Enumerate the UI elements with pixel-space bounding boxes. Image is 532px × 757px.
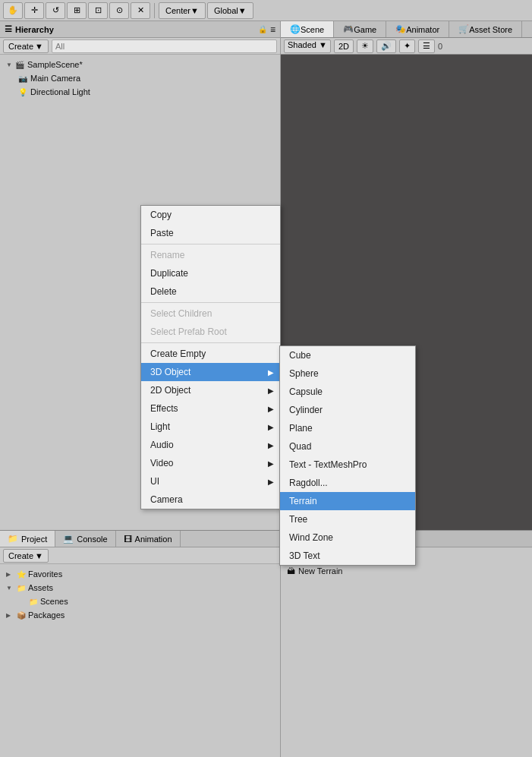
ctx-camera[interactable]: Camera xyxy=(141,490,280,509)
hierarchy-create-button[interactable]: Create ▼ xyxy=(3,39,49,53)
sub-quad[interactable]: Quad xyxy=(280,437,415,456)
gizmo-count: 0 xyxy=(438,42,442,51)
scene-arrow: ▼ xyxy=(6,62,15,68)
bottom-panels-row: 📁 Project 💻 Console 🎞 Animation Create ▼ xyxy=(0,530,532,757)
scale-tool-button[interactable]: ⊞ xyxy=(67,2,87,19)
hierarchy-item-light[interactable]: 💡 Directional Light xyxy=(0,85,280,99)
packages-label: Packages xyxy=(28,610,65,620)
tree-assets[interactable]: ▼ 📁 Assets xyxy=(0,581,280,595)
gizmos-button[interactable]: ☰ xyxy=(418,39,435,53)
shaded-select[interactable]: Shaded ▼ xyxy=(284,39,331,53)
scene-tab-bar: 🌐 Scene 🎮 Game 🎭 Animator 🛒 Asset Store xyxy=(281,21,532,38)
favorites-arrow: ▶ xyxy=(6,571,17,578)
ctx-3d-object-label: 3D Object xyxy=(150,367,190,377)
sub-textmeshpro-label: Text - TextMeshPro xyxy=(289,459,367,470)
ctx-effects[interactable]: Effects ▶ xyxy=(141,399,280,418)
scene-toolbar: Shaded ▼ 2D ☀ 🔊 ✦ ☰ 0 xyxy=(281,38,532,55)
sub-cylinder-label: Cylinder xyxy=(289,405,323,415)
sub-ragdoll-label: Ragdoll... xyxy=(289,478,328,488)
center-button[interactable]: Center ▼ xyxy=(159,2,206,19)
hierarchy-item-camera[interactable]: 📷 Main Camera xyxy=(0,71,280,85)
hierarchy-menu-btn[interactable]: ≡ xyxy=(270,24,275,35)
global-button[interactable]: Global ▼ xyxy=(207,2,253,19)
project-toolbar: Create ▼ xyxy=(0,547,280,564)
game-tab-label: Game xyxy=(354,25,376,34)
sub-plane-label: Plane xyxy=(289,423,313,434)
sub-wind-zone-label: Wind Zone xyxy=(289,532,333,543)
tab-asset-store[interactable]: 🛒 Asset Store xyxy=(449,21,522,37)
lighting-button[interactable]: ☀ xyxy=(357,39,373,53)
ctx-effects-arrow: ▶ xyxy=(268,405,274,413)
sub-textmeshpro[interactable]: Text - TextMeshPro xyxy=(280,456,415,474)
sub-cube[interactable]: Cube xyxy=(280,346,415,364)
tab-animator[interactable]: 🎭 Animator xyxy=(386,21,449,37)
hierarchy-scene-root[interactable]: ▼ 🎬 SampleScene* xyxy=(0,58,280,71)
tab-project[interactable]: 📁 Project xyxy=(0,531,55,547)
ctx-sep-2 xyxy=(141,302,280,303)
project-create-button[interactable]: Create ▼ xyxy=(3,549,49,563)
console-tab-icon: 💻 xyxy=(63,534,74,544)
ctx-video[interactable]: Video ▶ xyxy=(141,454,280,472)
ctx-select-children: Select Children xyxy=(141,304,280,323)
ctx-paste[interactable]: Paste xyxy=(141,224,280,242)
move-tool-button[interactable]: ✛ xyxy=(24,2,44,19)
effects-button[interactable]: ✦ xyxy=(399,39,415,53)
camera-label: Main Camera xyxy=(30,74,80,83)
sub-plane[interactable]: Plane xyxy=(280,419,415,437)
ctx-video-label: Video xyxy=(150,458,173,468)
asset-terrain-label: New Terrain xyxy=(298,566,343,576)
sub-3d-text[interactable]: 3D Text xyxy=(280,547,415,565)
hierarchy-search-input[interactable] xyxy=(52,39,277,53)
sub-terrain[interactable]: Terrain xyxy=(280,492,415,510)
project-panel: 📁 Project 💻 Console 🎞 Animation Create ▼ xyxy=(0,531,281,757)
ctx-2d-object[interactable]: 2D Object ▶ xyxy=(141,381,280,399)
ctx-select-prefab-label: Select Prefab Root xyxy=(150,326,227,337)
scenes-label: Scenes xyxy=(40,597,68,606)
light-icon: 💡 xyxy=(18,88,27,96)
audio-button[interactable]: 🔊 xyxy=(376,39,396,53)
ctx-camera-label: Camera xyxy=(150,494,183,505)
console-tab-label: Console xyxy=(77,535,107,544)
ctx-select-prefab-root: Select Prefab Root xyxy=(141,323,280,341)
sub-tree[interactable]: Tree xyxy=(280,510,415,528)
favorites-icon: ⭐ xyxy=(17,570,26,579)
hierarchy-icon: ☰ xyxy=(5,24,12,34)
ctx-ui[interactable]: UI ▶ xyxy=(141,472,280,490)
tab-animation[interactable]: 🎞 Animation xyxy=(116,531,181,547)
2d-button[interactable]: 2D xyxy=(334,39,354,53)
asset-new-terrain[interactable]: 🏔 New Terrain xyxy=(281,564,532,578)
ctx-3d-object[interactable]: 3D Object ▶ xyxy=(141,363,280,381)
ctx-light-label: Light xyxy=(150,421,170,432)
tree-favorites[interactable]: ▶ ⭐ Favorites xyxy=(0,567,280,581)
ctx-create-empty[interactable]: Create Empty xyxy=(141,345,280,363)
hand-tool-button[interactable]: ✋ xyxy=(3,2,23,19)
animator-tab-label: Animator xyxy=(406,25,439,34)
scene-tab-icon: 🌐 xyxy=(290,24,301,34)
rotate-tool-button[interactable]: ↺ xyxy=(46,2,65,19)
tab-console[interactable]: 💻 Console xyxy=(55,531,115,547)
sub-wind-zone[interactable]: Wind Zone xyxy=(280,528,415,547)
hierarchy-pin[interactable]: 🔒 xyxy=(258,25,267,33)
ctx-paste-label: Paste xyxy=(150,228,174,238)
tree-packages[interactable]: ▶ 📦 Packages xyxy=(0,608,280,622)
ctx-copy[interactable]: Copy xyxy=(141,206,280,224)
ctx-delete[interactable]: Delete xyxy=(141,282,280,301)
sub-sphere[interactable]: Sphere xyxy=(280,364,415,383)
custom-tool-button[interactable]: ✕ xyxy=(131,2,150,19)
sub-cylinder[interactable]: Cylinder xyxy=(280,401,415,419)
tab-game[interactable]: 🎮 Game xyxy=(334,21,386,37)
ctx-2d-object-arrow: ▶ xyxy=(268,386,274,395)
ctx-duplicate[interactable]: Duplicate xyxy=(141,264,280,282)
ctx-light-arrow: ▶ xyxy=(268,423,274,431)
ctx-audio[interactable]: Audio ▶ xyxy=(141,436,280,454)
transform-tool-button[interactable]: ⊙ xyxy=(109,2,129,19)
tree-scenes[interactable]: 📁 Scenes xyxy=(0,595,280,608)
sub-ragdoll[interactable]: Ragdoll... xyxy=(280,474,415,492)
center-chevron: ▼ xyxy=(190,6,199,15)
sub-capsule[interactable]: Capsule xyxy=(280,383,415,401)
ctx-light[interactable]: Light ▶ xyxy=(141,418,280,436)
rect-tool-button[interactable]: ⊡ xyxy=(88,2,108,19)
light-label: Directional Light xyxy=(30,87,90,96)
tab-scene[interactable]: 🌐 Scene xyxy=(281,21,334,37)
sub-sphere-label: Sphere xyxy=(289,368,319,379)
